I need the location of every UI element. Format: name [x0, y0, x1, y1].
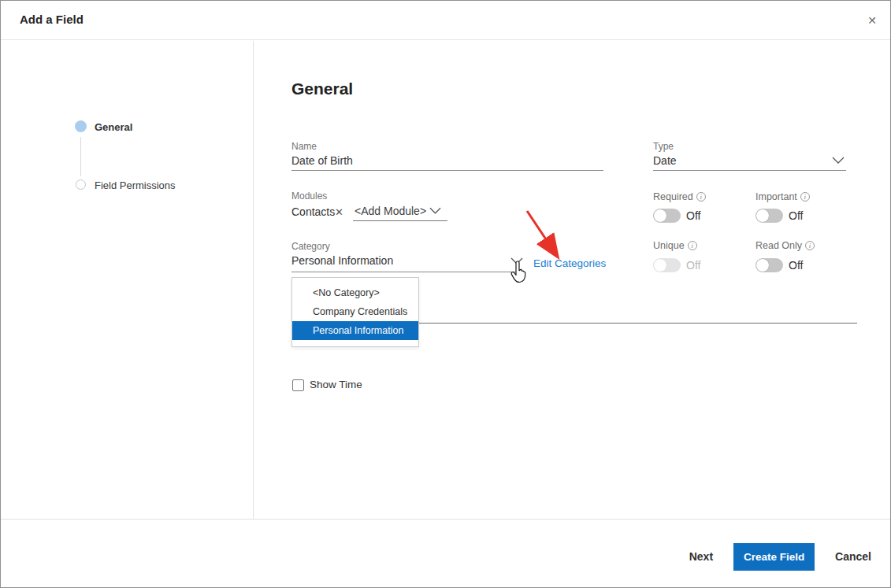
toggle-knob [654, 259, 666, 272]
required-label: Requiredi [653, 191, 706, 202]
name-input[interactable]: Date of Birth [291, 154, 353, 167]
info-icon: i [805, 241, 815, 250]
dropdown-option-no-category[interactable]: <No Category> [292, 283, 418, 302]
step-permissions-dot[interactable] [76, 179, 86, 190]
read-only-toggle[interactable] [755, 258, 783, 272]
step-general-dot[interactable] [75, 120, 87, 132]
toggle-knob [654, 209, 666, 222]
info-icon: i [800, 192, 810, 202]
required-toggle[interactable] [653, 209, 681, 223]
name-label: Name [291, 141, 317, 152]
add-module-underline [353, 220, 447, 221]
create-field-button[interactable]: Create Field [733, 543, 815, 571]
info-icon: i [696, 192, 706, 202]
stepper-connector [80, 137, 81, 176]
category-underline [291, 272, 520, 272]
cancel-button[interactable]: Cancel [835, 550, 871, 563]
close-icon[interactable]: ✕ [863, 12, 881, 29]
read-only-state: Off [789, 259, 803, 272]
read-only-label: Read Onlyi [755, 240, 815, 251]
show-time-checkbox[interactable] [292, 379, 304, 391]
unique-toggle [653, 258, 681, 272]
name-underline [291, 170, 603, 171]
type-label: Type [653, 141, 674, 152]
dialog-title: Add a Field [20, 13, 84, 26]
modules-label: Modules [291, 190, 327, 202]
type-underline [653, 170, 846, 171]
stepper-item-field-permissions[interactable]: Field Permissions [95, 179, 176, 191]
add-module-select[interactable]: <Add Module> [355, 205, 426, 217]
type-select[interactable]: Date [653, 154, 677, 167]
stepper-panel: General Field Permissions [1, 41, 254, 519]
stepper-item-general[interactable]: General [95, 121, 132, 133]
required-state: Off [686, 209, 700, 222]
add-field-dialog: Add a Field ✕ General Field Permissions … [0, 0, 891, 588]
remove-module-icon[interactable]: ✕ [335, 206, 343, 218]
footer-divider [1, 519, 890, 520]
category-select[interactable]: Personal Information [291, 254, 393, 267]
chevron-down-icon[interactable] [510, 257, 523, 264]
dropdown-option-company-credentials[interactable]: Company Credentials [292, 302, 418, 321]
dropdown-option-personal-information[interactable]: Personal Information [292, 321, 418, 340]
unique-state: Off [686, 259, 700, 272]
footer-actions: Next Create Field Cancel [689, 542, 871, 571]
chevron-down-icon[interactable] [832, 157, 845, 164]
unique-label: Uniquei [653, 240, 697, 251]
module-chip-contacts: Contacts [291, 205, 335, 218]
important-toggle[interactable] [755, 209, 783, 223]
info-icon: i [688, 241, 697, 250]
toggle-knob [756, 209, 769, 222]
toggle-knob [756, 259, 769, 272]
category-dropdown-menu: <No Category> Company Credentials Person… [291, 277, 419, 347]
show-time-label: Show Time [310, 379, 362, 390]
dialog-header: Add a Field ✕ [1, 1, 890, 40]
chevron-down-icon[interactable] [429, 207, 442, 214]
category-label: Category [291, 241, 330, 252]
important-label: Importanti [755, 191, 810, 202]
edit-categories-link[interactable]: Edit Categories [533, 257, 606, 269]
next-button[interactable]: Next [689, 550, 713, 563]
important-state: Off [789, 209, 803, 222]
page-title: General [291, 80, 353, 98]
